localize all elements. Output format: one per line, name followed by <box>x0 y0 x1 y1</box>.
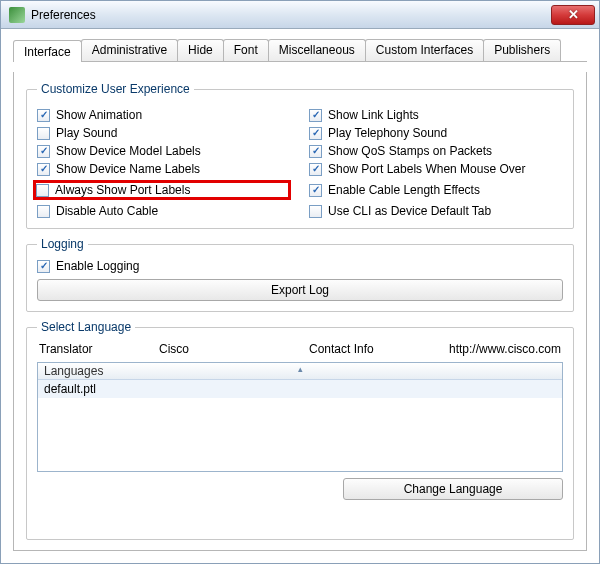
group-select-language: Select Language Translator Cisco Contact… <box>26 320 574 540</box>
group-logging: Logging Enable Logging Export Log <box>26 237 574 312</box>
header-contact: Contact Info <box>309 342 449 356</box>
tab-font[interactable]: Font <box>223 39 269 61</box>
header-translator-value: Cisco <box>159 342 309 356</box>
option-label: Disable Auto Cable <box>56 204 158 218</box>
option-label: Always Show Port Labels <box>55 183 190 197</box>
checkbox[interactable] <box>309 127 322 140</box>
language-headers: Translator Cisco Contact Info http://www… <box>37 342 563 356</box>
language-list-header-label: Languages <box>44 364 103 378</box>
option-disable-auto-cable[interactable]: Disable Auto Cable <box>37 204 291 218</box>
close-icon: ✕ <box>568 7 579 22</box>
header-translator: Translator <box>39 342 159 356</box>
option-label: Play Telephony Sound <box>328 126 447 140</box>
checkbox[interactable] <box>309 163 322 176</box>
checkbox[interactable] <box>309 145 322 158</box>
tabstrip: Interface Administrative Hide Font Misce… <box>13 39 587 62</box>
option-show-qos-stamps[interactable]: Show QoS Stamps on Packets <box>309 144 563 158</box>
close-button[interactable]: ✕ <box>551 5 595 25</box>
option-show-link-lights[interactable]: Show Link Lights <box>309 108 563 122</box>
option-play-sound[interactable]: Play Sound <box>37 126 291 140</box>
option-label: Show QoS Stamps on Packets <box>328 144 492 158</box>
group-title-ux: Customize User Experience <box>37 82 194 96</box>
checkbox[interactable] <box>309 205 322 218</box>
change-language-button[interactable]: Change Language <box>343 478 563 500</box>
option-label: Enable Logging <box>56 259 139 273</box>
option-use-cli-default-tab[interactable]: Use CLI as Device Default Tab <box>309 204 563 218</box>
tab-miscellaneous[interactable]: Miscellaneous <box>268 39 366 61</box>
tabpage-interface: Customize User Experience Show Animation… <box>13 72 587 551</box>
checkbox[interactable] <box>37 260 50 273</box>
option-show-animation[interactable]: Show Animation <box>37 108 291 122</box>
sort-asc-icon: ▴ <box>298 364 303 374</box>
option-label: Show Port Labels When Mouse Over <box>328 162 525 176</box>
group-title-language: Select Language <box>37 320 135 334</box>
language-list-header[interactable]: Languages ▴ <box>38 363 562 380</box>
checkbox[interactable] <box>37 145 50 158</box>
checkbox[interactable] <box>309 109 322 122</box>
group-customize-user-experience: Customize User Experience Show Animation… <box>26 82 574 229</box>
option-play-telephony-sound[interactable]: Play Telephony Sound <box>309 126 563 140</box>
language-list[interactable]: Languages ▴ default.ptl <box>37 362 563 472</box>
group-title-logging: Logging <box>37 237 88 251</box>
checkbox[interactable] <box>37 163 50 176</box>
window-title: Preferences <box>31 8 96 22</box>
option-show-port-labels-mouse-over[interactable]: Show Port Labels When Mouse Over <box>309 162 563 176</box>
language-item[interactable]: default.ptl <box>38 380 562 399</box>
checkbox[interactable] <box>37 109 50 122</box>
export-log-button[interactable]: Export Log <box>37 279 563 301</box>
tab-interface[interactable]: Interface <box>13 40 82 62</box>
titlebar: Preferences ✕ <box>1 1 599 29</box>
option-show-device-name-labels[interactable]: Show Device Name Labels <box>37 162 291 176</box>
option-label: Show Device Model Labels <box>56 144 201 158</box>
tab-hide[interactable]: Hide <box>177 39 224 61</box>
preferences-window: Preferences ✕ Interface Administrative H… <box>0 0 600 564</box>
tab-publishers[interactable]: Publishers <box>483 39 561 61</box>
checkbox[interactable] <box>37 205 50 218</box>
option-label: Show Link Lights <box>328 108 419 122</box>
option-label: Use CLI as Device Default Tab <box>328 204 491 218</box>
app-icon <box>9 7 25 23</box>
option-enable-cable-length-effects[interactable]: Enable Cable Length Effects <box>309 180 563 200</box>
option-show-device-model-labels[interactable]: Show Device Model Labels <box>37 144 291 158</box>
header-contact-value: http://www.cisco.com <box>449 342 561 356</box>
option-label: Enable Cable Length Effects <box>328 183 480 197</box>
option-always-show-port-labels[interactable]: Always Show Port Labels <box>33 180 291 200</box>
option-label: Play Sound <box>56 126 117 140</box>
checkbox[interactable] <box>309 184 322 197</box>
option-enable-logging[interactable]: Enable Logging <box>37 259 563 273</box>
tab-administrative[interactable]: Administrative <box>81 39 178 61</box>
tab-custom-interfaces[interactable]: Custom Interfaces <box>365 39 484 61</box>
option-label: Show Device Name Labels <box>56 162 200 176</box>
checkbox[interactable] <box>37 127 50 140</box>
option-label: Show Animation <box>56 108 142 122</box>
checkbox[interactable] <box>36 184 49 197</box>
